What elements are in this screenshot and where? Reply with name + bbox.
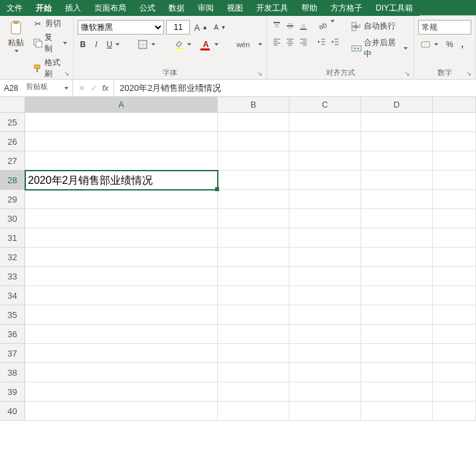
merge-center-button[interactable]: 合并后居中: [349, 37, 410, 60]
cell-E32[interactable]: [433, 248, 476, 267]
font-color-button[interactable]: A: [198, 38, 220, 50]
tab-view[interactable]: 视图: [220, 0, 250, 16]
tab-insert[interactable]: 插入: [58, 0, 88, 16]
row-header[interactable]: 35: [0, 305, 25, 325]
tab-help[interactable]: 帮助: [295, 0, 324, 16]
cell-B37[interactable]: [218, 344, 289, 363]
cell-D31[interactable]: [361, 228, 433, 248]
cell-B27[interactable]: [218, 151, 289, 171]
cell-C27[interactable]: [289, 151, 361, 171]
dialog-launcher-icon[interactable]: ↘: [257, 70, 265, 78]
align-left-button[interactable]: [271, 36, 283, 48]
row-header[interactable]: 26: [0, 132, 25, 151]
cell-E38[interactable]: [433, 363, 476, 382]
tab-fangfang[interactable]: 方方格子: [324, 0, 369, 16]
cell-B30[interactable]: [218, 209, 289, 228]
cell-E29[interactable]: [433, 190, 476, 209]
row-header[interactable]: 29: [0, 190, 25, 209]
cell-C26[interactable]: [289, 132, 361, 151]
row-header[interactable]: 30: [0, 209, 25, 228]
cell-B31[interactable]: [218, 228, 289, 248]
cell-E27[interactable]: [433, 151, 476, 171]
percent-button[interactable]: %: [444, 39, 455, 50]
tab-file[interactable]: 文件: [0, 0, 29, 16]
cell-D30[interactable]: [361, 209, 433, 228]
tab-developer[interactable]: 开发工具: [250, 0, 295, 16]
cut-button[interactable]: ✂ 剪切: [31, 17, 69, 30]
cell-C28[interactable]: [289, 171, 361, 190]
cell-D28[interactable]: [361, 171, 433, 190]
tab-page-layout[interactable]: 页面布局: [88, 0, 133, 16]
cell-C34[interactable]: [289, 286, 361, 305]
tab-review[interactable]: 审阅: [191, 0, 220, 16]
tab-diy[interactable]: DIY工具箱: [369, 0, 420, 16]
col-header-c[interactable]: C: [289, 97, 361, 112]
col-header-b[interactable]: B: [218, 97, 289, 112]
border-button[interactable]: [135, 38, 157, 50]
tab-home[interactable]: 开始: [29, 0, 58, 16]
cell-A39[interactable]: [25, 382, 218, 402]
bold-button[interactable]: B: [78, 39, 88, 50]
cell-B26[interactable]: [218, 132, 289, 151]
cell-C35[interactable]: [289, 305, 361, 325]
col-header-d[interactable]: D: [361, 97, 433, 112]
cell-D33[interactable]: [361, 267, 433, 286]
underline-button[interactable]: U: [104, 39, 121, 50]
orientation-button[interactable]: ab: [316, 20, 328, 32]
cell-E36[interactable]: [433, 325, 476, 344]
align-bottom-button[interactable]: [297, 20, 309, 32]
cell-E25[interactable]: [433, 113, 476, 132]
cancel-formula-icon[interactable]: ✕: [78, 84, 85, 93]
select-all-corner[interactable]: [0, 97, 25, 113]
font-size-input[interactable]: [166, 20, 190, 35]
cell-E37[interactable]: [433, 344, 476, 363]
cell-D36[interactable]: [361, 325, 433, 344]
row-header[interactable]: 32: [0, 248, 25, 267]
align-center-button[interactable]: [284, 36, 296, 48]
cell-A36[interactable]: [25, 325, 218, 344]
cell-D27[interactable]: [361, 151, 433, 171]
decrease-indent-button[interactable]: [316, 36, 328, 48]
dialog-launcher-icon[interactable]: ↘: [466, 70, 474, 78]
align-right-button[interactable]: [297, 36, 309, 48]
tab-formulas[interactable]: 公式: [133, 0, 162, 16]
tab-data[interactable]: 数据: [162, 0, 191, 16]
cell-A26[interactable]: [25, 132, 218, 151]
cell-E26[interactable]: [433, 132, 476, 151]
cell-A34[interactable]: [25, 286, 218, 305]
cell-E28[interactable]: [433, 171, 476, 190]
cell-C32[interactable]: [289, 248, 361, 267]
decrease-font-button[interactable]: A▼: [212, 23, 228, 32]
cell-D25[interactable]: [361, 113, 433, 132]
comma-button[interactable]: ,: [459, 39, 465, 50]
row-header[interactable]: 33: [0, 267, 25, 286]
cell-A29[interactable]: [25, 190, 218, 209]
cell-B33[interactable]: [218, 267, 289, 286]
cell-E31[interactable]: [433, 228, 476, 248]
cell-C37[interactable]: [289, 344, 361, 363]
cell-C31[interactable]: [289, 228, 361, 248]
row-header[interactable]: 27: [0, 151, 25, 171]
fx-icon[interactable]: fx: [102, 84, 108, 93]
row-header[interactable]: 28: [0, 171, 25, 190]
row-header[interactable]: 25: [0, 113, 25, 132]
fill-color-button[interactable]: [171, 38, 193, 50]
row-header[interactable]: 38: [0, 363, 25, 382]
cell-D37[interactable]: [361, 344, 433, 363]
cell-A33[interactable]: [25, 267, 218, 286]
cell-E40[interactable]: [433, 402, 476, 421]
cell-D26[interactable]: [361, 132, 433, 151]
cell-E34[interactable]: [433, 286, 476, 305]
dialog-launcher-icon[interactable]: ↘: [64, 70, 72, 78]
row-header[interactable]: 40: [0, 402, 25, 421]
cell-C30[interactable]: [289, 209, 361, 228]
cell-E39[interactable]: [433, 382, 476, 402]
cell-E33[interactable]: [433, 267, 476, 286]
row-header[interactable]: 34: [0, 286, 25, 305]
cell-A40[interactable]: [25, 402, 218, 421]
cell-E35[interactable]: [433, 305, 476, 325]
cell-B40[interactable]: [218, 402, 289, 421]
cell-B38[interactable]: [218, 363, 289, 382]
cell-C40[interactable]: [289, 402, 361, 421]
cell-B29[interactable]: [218, 190, 289, 209]
